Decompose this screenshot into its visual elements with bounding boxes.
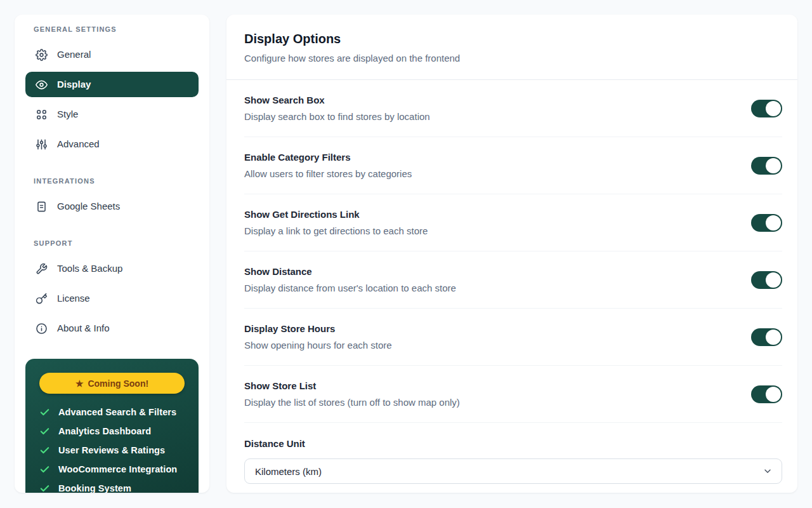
panel-header: Display Options Configure how stores are… bbox=[226, 15, 797, 80]
page-title: Display Options bbox=[244, 31, 780, 46]
sidebar-nav: GENERAL SETTINGS General Display Style A… bbox=[25, 25, 199, 341]
coming-soon-promo-card: ★ Coming Soon! Advanced Search & Filters… bbox=[25, 359, 199, 493]
sidebar-item-tools-backup[interactable]: Tools & Backup bbox=[25, 256, 199, 281]
key-icon bbox=[35, 292, 48, 305]
promo-feature-item: Booking System bbox=[39, 479, 185, 493]
toggle-knob bbox=[766, 101, 781, 116]
toggle-enable-category-filters[interactable] bbox=[751, 157, 782, 175]
setting-row-show-distance: Show Distance Display distance from user… bbox=[226, 251, 797, 309]
sidebar-section: GENERAL SETTINGS General Display Style A… bbox=[25, 25, 199, 157]
setting-row-enable-category-filters: Enable Category Filters Allow users to f… bbox=[226, 137, 797, 194]
setting-row-show-search-box: Show Search Box Display search box to fi… bbox=[226, 80, 797, 137]
promo-feature-item: Advanced Search & Filters bbox=[39, 403, 185, 422]
tools-icon bbox=[35, 262, 48, 275]
settings-sidebar: GENERAL SETTINGS General Display Style A… bbox=[15, 15, 209, 493]
toggle-display-store-hours[interactable] bbox=[751, 328, 782, 346]
setting-row-show-get-directions-link: Show Get Directions Link Display a link … bbox=[226, 194, 797, 251]
eye-icon bbox=[35, 78, 48, 91]
check-icon bbox=[39, 407, 50, 418]
sidebar-section: INTEGRATIONS Google Sheets bbox=[25, 177, 199, 219]
sidebar-item-general[interactable]: General bbox=[25, 42, 199, 67]
toggle-show-store-list[interactable] bbox=[751, 385, 782, 403]
promo-feature-list: Advanced Search & Filters Analytics Dash… bbox=[39, 403, 185, 493]
toggle-show-get-directions-link[interactable] bbox=[751, 214, 782, 232]
sidebar-item-about-info[interactable]: About & Info bbox=[25, 316, 199, 341]
distance-unit-label: Distance Unit bbox=[244, 438, 782, 450]
gear-icon bbox=[35, 48, 48, 61]
coming-soon-badge: ★ Coming Soon! bbox=[39, 373, 185, 394]
setting-row-show-store-list: Show Store List Display the list of stor… bbox=[226, 366, 797, 423]
sidebar-section-heading: SUPPORT bbox=[34, 239, 199, 247]
sidebar-item-display[interactable]: Display bbox=[25, 72, 199, 97]
promo-feature-item: WooCommerce Integration bbox=[39, 460, 185, 479]
display-options-panel: Display Options Configure how stores are… bbox=[226, 15, 797, 493]
distance-unit-value: Kilometers (km) bbox=[255, 466, 322, 477]
distance-unit-section: Distance Unit Kilometers (km) bbox=[226, 423, 797, 484]
sidebar-section-heading: GENERAL SETTINGS bbox=[34, 25, 199, 33]
page-subtitle: Configure how stores are displayed on th… bbox=[244, 53, 780, 64]
promo-feature-item: User Reviews & Ratings bbox=[39, 441, 185, 460]
coming-soon-badge-label: Coming Soon! bbox=[88, 378, 148, 389]
sidebar-section-heading: INTEGRATIONS bbox=[34, 177, 199, 185]
toggle-show-distance[interactable] bbox=[751, 271, 782, 289]
distance-unit-select[interactable]: Kilometers (km) bbox=[244, 458, 782, 484]
sidebar-item-license[interactable]: License bbox=[25, 286, 199, 311]
sidebar-section: SUPPORT Tools & Backup License About & I… bbox=[25, 239, 199, 341]
check-icon bbox=[39, 445, 50, 456]
toggle-knob bbox=[766, 330, 781, 345]
check-icon bbox=[39, 426, 50, 437]
toggle-knob bbox=[766, 158, 781, 173]
setting-row-display-store-hours: Display Store Hours Show opening hours f… bbox=[226, 309, 797, 366]
sidebar-item-style[interactable]: Style bbox=[25, 102, 199, 127]
sidebar-item-google-sheets[interactable]: Google Sheets bbox=[25, 194, 199, 219]
star-icon: ★ bbox=[75, 379, 84, 388]
promo-feature-item: Analytics Dashboard bbox=[39, 422, 185, 441]
info-icon bbox=[35, 322, 48, 335]
settings-list: Show Search Box Display search box to fi… bbox=[226, 80, 797, 423]
check-icon bbox=[39, 483, 50, 493]
sidebar-item-advanced[interactable]: Advanced bbox=[25, 131, 199, 157]
check-icon bbox=[39, 464, 50, 475]
toggle-show-search-box[interactable] bbox=[751, 100, 782, 117]
toggle-knob bbox=[766, 272, 781, 288]
grid-icon bbox=[35, 108, 48, 121]
chevron-down-icon bbox=[763, 466, 773, 476]
toggle-knob bbox=[766, 215, 781, 231]
toggle-knob bbox=[766, 387, 781, 402]
document-icon bbox=[35, 200, 48, 213]
sliders-icon bbox=[35, 138, 48, 150]
